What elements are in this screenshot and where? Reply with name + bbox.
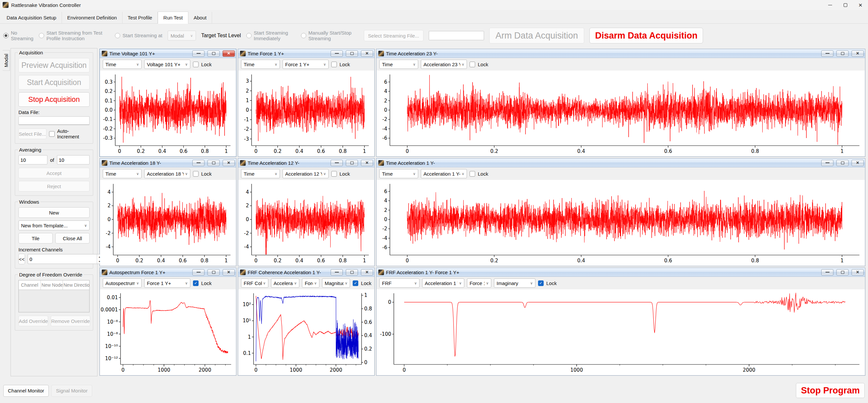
tab-test-profile[interactable]: Test Profile [123,12,158,23]
dof-override-table[interactable]: Channel New Node New Direction [19,280,90,312]
plot-canvas[interactable]: 00.20.40.60.81420-2-4 [239,180,374,266]
plot-window-close-button[interactable]: ✕ [361,269,373,276]
plot-window-minimize-button[interactable] [821,50,833,57]
tab-about[interactable]: About [188,12,212,23]
lock-checkbox[interactable] [193,62,198,67]
reject-button[interactable]: Reject [19,181,90,192]
plot-window-minimize-button[interactable] [821,269,833,276]
plot-window-minimize-button[interactable] [192,50,205,57]
window-maximize-button[interactable] [838,0,853,10]
plot-window-maximize-button[interactable] [346,50,358,57]
plot-select-1[interactable]: Acceleration 18 Y-∨ [144,169,190,178]
start-acquisition-button[interactable]: Start Acquisition [19,75,90,90]
lock-checkbox[interactable] [470,62,475,67]
plot-window-titlebar[interactable]: Time Acceleration 1 Y- ✕ [376,159,865,167]
plot-window-maximize-button[interactable] [836,160,848,166]
lock-checkbox[interactable] [193,171,198,177]
plot-window-minimize-button[interactable] [331,269,343,276]
averages-current-input[interactable] [19,155,48,165]
plot-window-close-button[interactable]: ✕ [851,50,864,57]
plot-window-minimize-button[interactable] [192,160,205,166]
accept-button[interactable]: Accept [19,168,90,178]
stop-program-button[interactable]: Stop Program [796,383,865,398]
plot-select-1[interactable]: Acceleration 1 Y-∨ [271,279,300,288]
plot-window-maximize-button[interactable] [346,269,358,276]
plot-select-0[interactable]: FRF∨ [379,279,420,288]
plot-select-0[interactable]: Time∨ [379,169,418,178]
tile-button[interactable]: Tile [19,233,53,243]
window-minimize-button[interactable] [823,0,838,10]
plot-window-maximize-button[interactable] [836,50,848,57]
close-all-button[interactable]: Close All [55,233,90,243]
sidebar-vertical-tab-modal[interactable]: Modal [3,50,10,71]
radio-start-streaming-at[interactable]: Start Streaming at [115,33,162,38]
plot-window-maximize-button[interactable] [346,160,358,166]
lock-checkbox[interactable]: ✓ [193,281,198,286]
plot-canvas[interactable]: 00.20.40.60.81420-2-4 [100,180,236,266]
plot-canvas[interactable]: 0100020000-100 [377,289,865,375]
plot-canvas[interactable]: 01000200010²10¹10.110.80.60.40.20 [239,289,374,375]
plot-window-close-button[interactable]: ✕ [361,50,373,57]
plot-window-maximize-button[interactable] [836,269,848,276]
plot-select-1[interactable]: Force 1 Y+∨ [144,279,190,288]
plot-window-minimize-button[interactable] [821,160,833,166]
plot-window-titlebar[interactable]: FRF Acceleration 1 Y- Force 1 Y+ ✕ [376,268,865,277]
plot-window-titlebar[interactable]: Time Acceleration 12 Y- ✕ [238,159,374,167]
plot-window-close-button[interactable]: ✕ [851,269,864,276]
lock-checkbox[interactable]: ✓ [353,281,358,286]
plot-select-2[interactable]: Force 1 `∨ [467,279,491,288]
tab-run-test[interactable]: Run Test [158,11,188,24]
radio-no-streaming[interactable]: No Streaming [3,30,34,41]
plot-select-1[interactable]: Acceleration 12 Y-∨ [282,169,329,178]
plot-window-minimize-button[interactable] [331,160,343,166]
radio-manually-start-stop[interactable]: Manually Start/Stop Streaming [301,30,359,41]
tab-environment-definition[interactable]: Environment Definition [62,12,123,23]
plot-select-0[interactable]: Time∨ [103,169,142,178]
streaming-level-select[interactable]: Modal ∨ [167,31,196,40]
plot-select-3[interactable]: Magnitude∨ [322,279,350,288]
decrement-channels-button[interactable]: << [19,254,25,264]
plot-window-titlebar[interactable]: FRF Coherence Acceleration 1 Y- ✕ [238,268,374,277]
plot-canvas[interactable]: 00.20.40.60.813210-1-2-3 [239,70,374,156]
plot-select-0[interactable]: FRF Coherence∨ [241,279,268,288]
plot-select-1[interactable]: Acceleration 1 Y-∨ [421,169,467,178]
plot-select-1[interactable]: Force 1 Y+∨ [282,60,329,69]
plot-select-3[interactable]: Imaginary∨ [494,279,535,288]
plot-window-close-button[interactable]: ✕ [223,269,235,276]
plot-window-maximize-button[interactable] [208,160,220,166]
plot-window-titlebar[interactable]: Autospectrum Force 1 Y+ ✕ [100,268,236,277]
plot-canvas[interactable]: 0100020000.010.000110⁻⁶10⁻⁸10⁻¹⁰10⁻¹² [100,289,236,375]
plot-select-1[interactable]: Voltage 101 Y+∨ [144,60,190,69]
plot-window-titlebar[interactable]: Time Force 1 Y+ ✕ [238,49,374,58]
plot-canvas[interactable]: 00.20.40.60.816420-2-4-6 [377,180,865,266]
arm-data-acquisition-button[interactable]: Arm Data Acquisition [489,28,585,44]
averages-total-input[interactable] [57,155,90,165]
plot-window-close-button[interactable]: ✕ [223,50,235,57]
add-override-button[interactable]: Add Override [19,316,48,326]
new-from-template-select[interactable]: New from Template... ∨ [19,221,90,230]
window-close-button[interactable]: ✕ [853,0,868,10]
plot-canvas[interactable]: 00.20.40.60.816420-2-4-6 [377,70,865,156]
select-streaming-file-button[interactable]: Select Streaming File... [364,30,424,41]
plot-window-maximize-button[interactable] [208,269,220,276]
plot-select-0[interactable]: Autospectrum∨ [103,279,142,288]
tab-data-acquisition-setup[interactable]: Data Acquisition Setup [1,12,62,23]
plot-window-minimize-button[interactable] [331,50,343,57]
plot-select-2[interactable]: Force 1 `∨ [302,279,319,288]
lock-checkbox[interactable] [331,62,337,67]
plot-select-1[interactable]: Acceleration 23 Y-∨ [421,60,467,69]
plot-select-0[interactable]: Time∨ [241,169,280,178]
plot-canvas[interactable]: 00.20.40.60.810.30.20.10.0-0.1-0.2-0.3 [100,70,236,156]
plot-select-1[interactable]: Acceleration 1 Y-∨ [422,279,464,288]
lock-checkbox[interactable] [331,171,337,177]
radio-start-streaming-from-profile[interactable]: Start Streaming from Test Profile Instru… [39,30,110,41]
lock-checkbox[interactable]: ✓ [538,281,544,286]
stop-acquisition-button[interactable]: Stop Acquisition [19,92,90,107]
tab-signal-monitor[interactable]: Signal Monitor [51,385,92,397]
radio-start-streaming-immediately[interactable]: Start Streaming Immediately [246,30,296,41]
channel-increment-spinbox[interactable]: ▲ ▼ [28,254,102,264]
plot-select-0[interactable]: Time∨ [379,60,418,69]
streaming-file-input[interactable] [429,31,484,40]
plot-window-titlebar[interactable]: Time Voltage 101 Y+ ✕ [100,49,236,58]
plot-window-titlebar[interactable]: Time Acceleration 18 Y- ✕ [100,159,236,167]
